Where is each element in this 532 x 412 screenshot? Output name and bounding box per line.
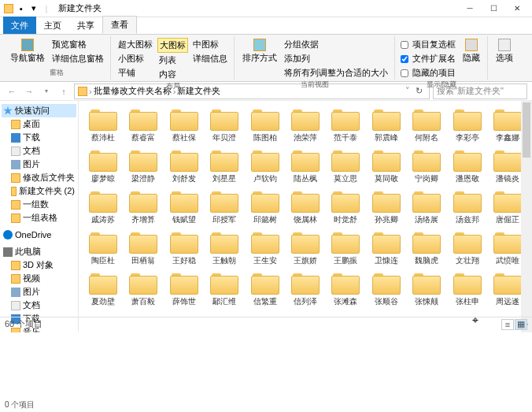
folder-item[interactable]: 王好稳: [164, 228, 203, 268]
folder-item[interactable]: 李彩亭: [448, 106, 486, 145]
tree-onedrive[interactable]: OneDrive: [2, 229, 76, 240]
folder-item[interactable]: 王生安: [246, 228, 284, 268]
layout-content[interactable]: 内容: [157, 68, 188, 81]
tree-pictures-2[interactable]: 图片: [2, 285, 76, 299]
folder-item[interactable]: 信繁重: [246, 269, 284, 309]
tree-pictures[interactable]: 图片: [2, 158, 76, 171]
tab-file[interactable]: 文件: [3, 17, 36, 34]
tree-quick-access[interactable]: 快速访问: [2, 104, 76, 117]
folder-item[interactable]: 郭震峰: [367, 106, 405, 145]
layout-xl[interactable]: 超大图标: [116, 38, 154, 51]
folder-item[interactable]: 汤兹邦: [448, 187, 486, 227]
back-button[interactable]: ←: [5, 84, 19, 98]
tree-thispc[interactable]: 此电脑: [2, 245, 76, 258]
folder-item[interactable]: 戚涛苏: [83, 187, 122, 227]
folder-item[interactable]: 潘恩敬: [448, 147, 486, 186]
folder-content-area[interactable]: 蔡沛杜蔡睿富蔡社保年贝澄陈图柏池荣萍范千泰郭震峰何附名李彩亭李鑫娜廖梦晾梁澄静刘…: [79, 101, 532, 332]
folder-item[interactable]: 饶属林: [286, 187, 324, 227]
nav-tree[interactable]: 快速访问 桌面 下载 文档 图片 修改后文件夹 新建文件夹 (2) 一组数 一组…: [0, 101, 79, 332]
forward-button[interactable]: →: [22, 84, 36, 98]
folder-item[interactable]: 刘舒发: [164, 147, 203, 186]
tree-recent-1[interactable]: 修改后文件夹: [2, 171, 76, 184]
folder-item[interactable]: 夏劲壁: [83, 269, 122, 309]
tree-recent-2[interactable]: 新建文件夹 (2): [2, 184, 76, 198]
layout-md[interactable]: 中图标: [191, 38, 229, 51]
layout-details[interactable]: 详细信息: [191, 52, 229, 65]
layout-tiles[interactable]: 平铺: [116, 66, 154, 80]
folder-item[interactable]: 池荣萍: [286, 106, 324, 145]
view-details-button[interactable]: ≡: [501, 319, 514, 330]
nav-pane-button[interactable]: 导航窗格: [8, 38, 47, 68]
layout-list[interactable]: 列表: [157, 54, 188, 67]
folder-item[interactable]: 田栖翁: [124, 228, 162, 268]
add-columns-button[interactable]: 添加列: [283, 52, 390, 65]
sort-button[interactable]: 排序方式: [240, 38, 279, 80]
folder-item[interactable]: 王触朝: [205, 228, 243, 268]
folder-item[interactable]: 宁岗卿: [408, 147, 446, 186]
folder-item[interactable]: 魏脑虎: [408, 228, 446, 268]
tab-share[interactable]: 共享: [69, 17, 102, 34]
folder-item[interactable]: 范千泰: [327, 106, 365, 145]
folder-item[interactable]: 陆丛枫: [286, 147, 324, 186]
folder-item[interactable]: 刘星星: [205, 147, 243, 186]
folder-item[interactable]: 陶臣杜: [83, 228, 122, 268]
tab-home[interactable]: 主页: [36, 17, 69, 34]
tree-documents[interactable]: 文档: [2, 144, 76, 158]
folder-item[interactable]: 卢软钧: [246, 147, 284, 186]
layout-sm[interactable]: 小图标: [116, 52, 154, 65]
folder-item[interactable]: 孙兆卿: [367, 187, 405, 227]
folder-item[interactable]: 年贝澄: [205, 106, 243, 145]
folder-item[interactable]: 邱懿树: [246, 187, 284, 227]
chk-hidden-items[interactable]: 隐藏的项目: [401, 66, 457, 80]
minimize-button[interactable]: ─: [458, 1, 482, 17]
details-pane-button[interactable]: 详细信息窗格: [50, 52, 105, 65]
folder-item[interactable]: 蔡社保: [164, 106, 203, 145]
maximize-button[interactable]: ☐: [482, 1, 505, 17]
folder-item[interactable]: 张柱申: [448, 269, 486, 309]
tree-desktop[interactable]: 桌面: [2, 117, 76, 131]
hide-items-button[interactable]: 隐藏: [460, 38, 482, 80]
folder-item[interactable]: 陈图柏: [246, 106, 284, 145]
tree-3dobjects[interactable]: 3D 对象: [2, 258, 76, 272]
folder-item[interactable]: 时觉舒: [327, 187, 365, 227]
options-button[interactable]: 选项: [493, 38, 515, 78]
fit-columns-button[interactable]: 将所有列调整为合适的大小: [283, 66, 390, 80]
folder-item[interactable]: 张顺谷: [367, 269, 405, 309]
layout-lg[interactable]: 大图标: [157, 38, 188, 53]
tree-recent-3[interactable]: 一组数: [2, 198, 76, 211]
folder-item[interactable]: 萧百毅: [124, 269, 162, 309]
folder-item[interactable]: 莫同敬: [367, 147, 405, 186]
chk-file-ext[interactable]: 文件扩展名: [401, 52, 457, 65]
preview-pane-button[interactable]: 预览窗格: [50, 38, 105, 51]
folder-item[interactable]: 梁澄静: [124, 147, 162, 186]
folder-item[interactable]: 蔡沛杜: [83, 106, 122, 145]
tab-view[interactable]: 查看: [102, 16, 137, 34]
folder-item[interactable]: 蔡睿富: [124, 106, 162, 145]
folder-item[interactable]: 齐增算: [124, 187, 162, 227]
folder-item[interactable]: 廖梦晾: [83, 147, 122, 186]
folder-item[interactable]: 何附名: [408, 106, 446, 145]
vertical-scrollbar[interactable]: ▴ ▾: [521, 101, 532, 332]
folder-item[interactable]: 薛饰世: [164, 269, 203, 309]
folder-item[interactable]: 王鹏振: [327, 228, 365, 268]
close-button[interactable]: ✕: [505, 1, 529, 17]
tree-downloads[interactable]: 下载: [2, 131, 76, 144]
tree-recent-4[interactable]: 一组表格: [2, 211, 76, 225]
tree-documents-2[interactable]: 文档: [2, 299, 76, 312]
folder-item[interactable]: 张悚颠: [408, 269, 446, 309]
folder-item[interactable]: 信列泽: [286, 269, 324, 309]
group-by-button[interactable]: 分组依据: [283, 38, 390, 51]
folder-item[interactable]: 莫立思: [327, 147, 365, 186]
qat-btn[interactable]: ▪: [16, 3, 27, 14]
folder-item[interactable]: 鄢汇维: [205, 269, 243, 309]
chk-item-checkboxes[interactable]: 项目复选框: [401, 38, 457, 51]
folder-item[interactable]: 文壮翔: [448, 228, 486, 268]
tree-videos[interactable]: 视频: [2, 272, 76, 285]
folder-item[interactable]: 邱授军: [205, 187, 243, 227]
up-button[interactable]: ↑: [57, 84, 71, 98]
folder-item[interactable]: 汤络展: [408, 187, 446, 227]
qat-btn[interactable]: ▾: [28, 3, 39, 14]
folder-item[interactable]: 钱赋望: [164, 187, 203, 227]
folder-item[interactable]: 卫慷连: [367, 228, 405, 268]
scroll-thumb[interactable]: [523, 102, 530, 158]
